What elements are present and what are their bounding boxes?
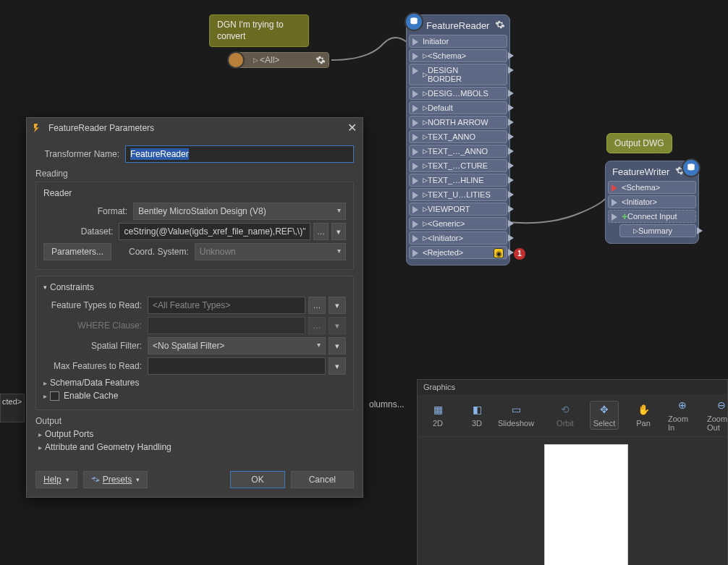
label-cted: cted>	[2, 397, 22, 406]
port-label: <Rejected>	[423, 248, 463, 257]
port-north-arrow[interactable]: ▷ NORTH ARROW	[409, 116, 507, 129]
tool-zoom-out[interactable]: ⊖Zoom Out	[707, 399, 728, 432]
label-columns: olumns...	[369, 399, 405, 409]
3d-icon: ◧	[470, 403, 483, 416]
port-text-u-lities[interactable]: ▷ TEXT_U…LITIES	[409, 188, 507, 201]
browse-button[interactable]: …	[308, 297, 326, 314]
port-label: <Initiator>	[428, 234, 463, 242]
port-schema[interactable]: <Schema>	[608, 181, 696, 194]
database-write-icon	[682, 158, 701, 177]
node-feature-reader[interactable]: FeatureReader Initiator▷ <Schema>▷ DESIG…	[406, 14, 510, 265]
port-desig-mbols[interactable]: ▷ DESIG…MBOLS	[409, 87, 507, 100]
tool-orbit[interactable]: ⟲Orbit	[551, 403, 580, 428]
label-max-features: Max Features to Read:	[43, 361, 148, 371]
port-label: NORTH ARROW	[428, 118, 488, 127]
port-label: <Schema>	[428, 51, 466, 60]
2d-icon: ▦	[431, 403, 444, 416]
port-viewport[interactable]: ▷ VIEWPORT	[409, 203, 507, 216]
browse-button[interactable]: …	[313, 223, 328, 240]
tool-3d[interactable]: ◧3D	[462, 403, 491, 428]
group-reader: Reader Format: Bentley MicroStation Desi…	[35, 182, 354, 270]
tool-zoom-in[interactable]: ⊕Zoom In	[668, 399, 697, 432]
options-menu-button[interactable]: ▾	[329, 297, 346, 314]
browse-button: …	[308, 317, 326, 334]
port-initiator[interactable]: Initiator	[409, 35, 507, 48]
port-schema[interactable]: ▷ <Schema>	[409, 49, 507, 62]
panel-title: Graphics	[418, 380, 727, 394]
port-text-anno[interactable]: ▷ TEXT_ANNO	[409, 130, 507, 143]
port-label: Initiator	[423, 37, 449, 46]
options-menu-button[interactable]: ▾	[329, 337, 346, 354]
disclosure-output-ports[interactable]: Output Ports	[38, 429, 354, 439]
options-menu-button[interactable]: ▾	[331, 223, 346, 240]
port-rejected[interactable]: <Rejected>◉1	[409, 246, 507, 259]
combo-spatial-filter[interactable]: <No Spatial Filter>	[148, 337, 326, 354]
port-label: TEXT_…CTURE	[428, 161, 488, 170]
graphics-toolbar: ▦2D ◧3D ▭Slideshow ⟲Orbit ✥Select ✋Pan ⊕…	[418, 394, 727, 437]
zoom-in-icon: ⊕	[676, 399, 689, 412]
input-feature-types[interactable]: <All Feature Types>	[148, 297, 305, 314]
disclosure-enable-cache[interactable]: Enable Cache	[43, 391, 346, 401]
port-text-hline[interactable]: ▷ TEXT_…HLINE	[409, 174, 507, 187]
annotation-dgn: DGN I'm trying to convert	[209, 14, 309, 47]
panel-fragment-left: cted>	[0, 394, 25, 422]
dialog-title: FeatureReader Parameters	[48, 123, 154, 133]
combo-coord-system[interactable]: Unknown	[195, 243, 346, 260]
port-design-border[interactable]: ▷ DESIGN BORDER	[409, 64, 507, 85]
port-default[interactable]: ▷ Default	[409, 101, 507, 114]
input-transformer-name[interactable]: FeatureReader	[125, 145, 354, 163]
combo-format[interactable]: Bentley MicroStation Design (V8)	[133, 203, 346, 220]
node-feature-writer[interactable]: FeatureWriter <Schema><Initiator>✚ Conne…	[605, 161, 699, 244]
dialog-titlebar: FeatureReader Parameters ✕	[27, 118, 363, 138]
port-text-cture[interactable]: ▷ TEXT_…CTURE	[409, 159, 507, 172]
preview-page	[544, 444, 628, 565]
options-menu-button[interactable]: ▾	[329, 357, 346, 375]
tool-pan[interactable]: ✋Pan	[629, 403, 658, 428]
label-format: Format:	[43, 206, 133, 216]
fme-icon	[33, 122, 44, 134]
select-icon: ✥	[598, 403, 611, 416]
port-generic[interactable]: ▷ <Generic>	[409, 217, 507, 230]
group-reader-title: Reader	[43, 188, 346, 198]
disclosure-attr-geom[interactable]: Attribute and Geometry Handling	[38, 442, 354, 452]
cancel-button[interactable]: Cancel	[291, 471, 354, 488]
node-label: <All>	[260, 55, 279, 65]
port-summary[interactable]: ▷ Summary	[619, 224, 696, 237]
ok-button[interactable]: OK	[230, 471, 284, 488]
input-dataset[interactable]: ceString(@Value(igds_xref_file_name),REF…	[119, 223, 310, 240]
close-icon[interactable]: ✕	[347, 122, 357, 134]
parameters-button[interactable]: Parameters...	[43, 243, 111, 260]
gear-icon[interactable]	[495, 20, 505, 32]
dialog-featurereader-parameters: FeatureReader Parameters ✕ Transformer N…	[26, 117, 363, 498]
disclosure-schema-data[interactable]: Schema/Data Features	[43, 378, 346, 388]
port-label: Summary	[638, 226, 672, 235]
help-button[interactable]: Help▾	[35, 471, 77, 488]
group-constraints-title[interactable]: ▾Constraints	[43, 282, 346, 292]
tool-slideshow[interactable]: ▭Slideshow	[501, 403, 530, 428]
tool-select[interactable]: ✥Select	[590, 401, 619, 430]
port-label: TEXT_…_ANNO	[428, 147, 488, 156]
graphics-viewport[interactable]	[418, 437, 727, 565]
port-label: TEXT_…HLINE	[428, 176, 484, 184]
port-label: <Schema>	[622, 183, 660, 192]
port-text-anno[interactable]: ▷ TEXT_…_ANNO	[409, 145, 507, 158]
port-label: VIEWPORT	[428, 205, 470, 213]
plus-icon: ✚	[622, 213, 627, 221]
node-all[interactable]: ▷ <All>	[235, 52, 329, 68]
options-menu-button: ▾	[329, 317, 346, 334]
group-constraints: ▾Constraints Feature Types to Read: <All…	[35, 276, 354, 410]
port-connect-input[interactable]: ✚ Connect Input	[608, 210, 696, 223]
rejected-count-badge: 1	[514, 248, 525, 260]
gear-icon[interactable]	[316, 55, 326, 65]
port-initiator[interactable]: ▷ <Initiator>	[409, 231, 507, 245]
port-label: Default	[428, 103, 453, 112]
node-title: FeatureWriter	[612, 166, 669, 177]
label-transformer-name: Transformer Name:	[35, 149, 125, 159]
checkbox-enable-cache[interactable]	[50, 391, 59, 401]
input-max-features[interactable]	[148, 357, 326, 375]
input-where	[148, 317, 305, 334]
tool-2d[interactable]: ▦2D	[423, 403, 452, 428]
port-initiator[interactable]: <Initiator>	[608, 195, 696, 208]
presets-button[interactable]: Presets▾	[83, 471, 148, 488]
database-icon	[405, 12, 423, 31]
